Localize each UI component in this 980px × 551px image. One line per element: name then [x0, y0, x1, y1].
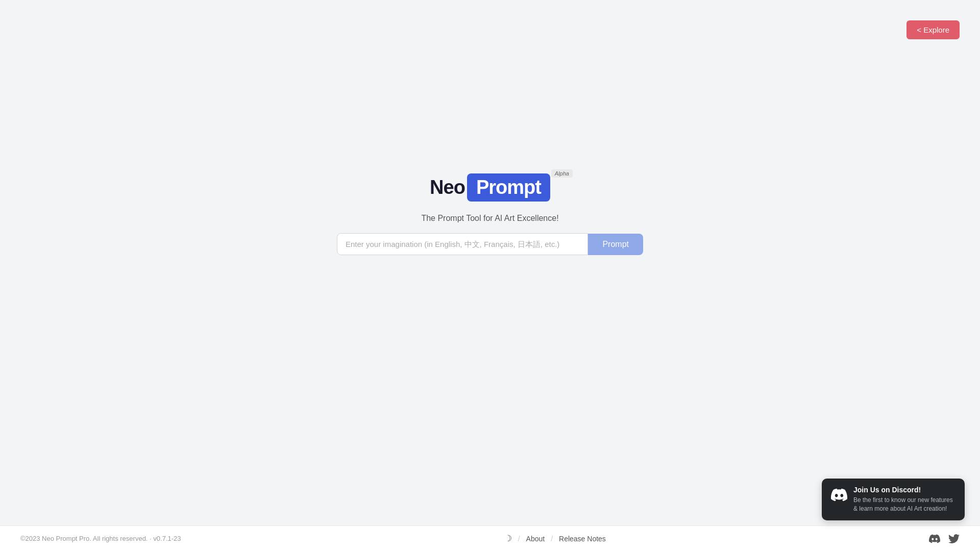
separator-2: /	[551, 535, 553, 543]
explore-button[interactable]: < Explore	[906, 20, 960, 39]
discord-toast-text: Join Us on Discord! Be the first to know…	[853, 486, 955, 513]
alpha-badge: Alpha	[551, 169, 573, 178]
discord-toast-icon	[831, 487, 847, 503]
separator-1: /	[518, 535, 520, 543]
release-notes-link[interactable]: Release Notes	[559, 535, 606, 543]
input-row: Prompt	[337, 233, 643, 255]
discord-toast-body: Be the first to know our new features & …	[853, 496, 955, 513]
twitter-footer-icon[interactable]	[948, 533, 960, 544]
dark-mode-icon[interactable]: ☽	[504, 533, 512, 544]
logo-neo: Neo	[430, 177, 465, 198]
about-link[interactable]: About	[526, 535, 545, 543]
footer-center: ☽ / About / Release Notes	[504, 533, 606, 544]
discord-footer-icon[interactable]	[929, 533, 940, 544]
logo-prompt: Prompt	[467, 173, 550, 202]
footer-copyright: ©2023 Neo Prompt Pro. All rights reserve…	[20, 535, 181, 542]
tagline: The Prompt Tool for AI Art Excellence!	[421, 214, 558, 223]
logo-area: Neo Prompt Alpha	[430, 173, 550, 202]
main-content: Neo Prompt Alpha The Prompt Tool for AI …	[337, 173, 643, 255]
discord-toast[interactable]: Join Us on Discord! Be the first to know…	[822, 479, 965, 520]
footer-right	[929, 533, 960, 544]
footer: ©2023 Neo Prompt Pro. All rights reserve…	[0, 525, 980, 551]
prompt-input[interactable]	[337, 233, 588, 255]
discord-toast-title: Join Us on Discord!	[853, 486, 955, 494]
prompt-button[interactable]: Prompt	[588, 234, 643, 255]
